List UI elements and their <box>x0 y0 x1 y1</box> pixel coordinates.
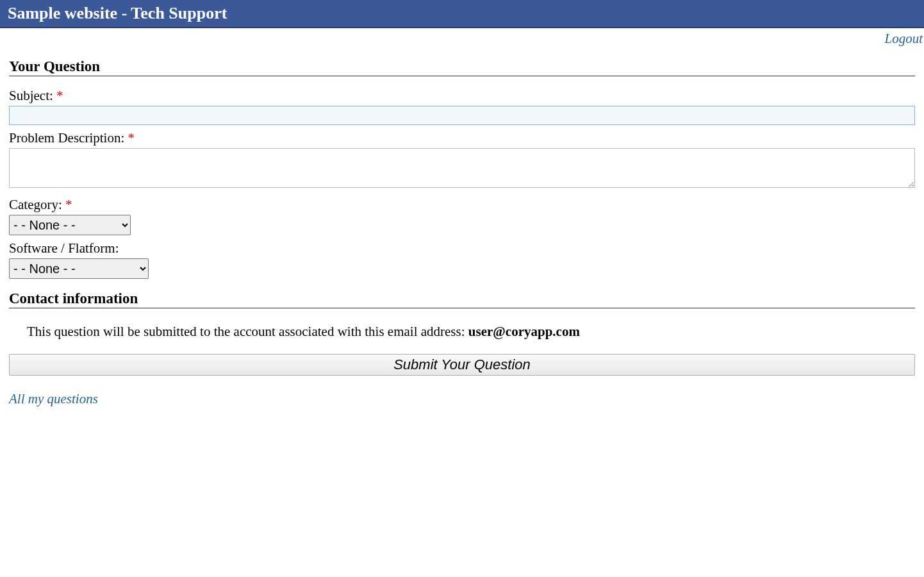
description-required: * <box>128 130 135 146</box>
logout-link[interactable]: Logout <box>884 31 923 46</box>
contact-email: user@coryapp.com <box>468 324 580 339</box>
category-required: * <box>65 197 72 212</box>
contact-text: This question will be submitted to the a… <box>27 324 468 339</box>
main-content: Your Question Subject: * Problem Descrip… <box>0 58 924 420</box>
section-your-question: Your Question <box>9 58 915 76</box>
category-label-row: Category: * <box>9 197 915 213</box>
description-label-row: Problem Description: * <box>9 130 915 146</box>
footer-link-row: All my questions <box>9 391 915 407</box>
field-category: Category: * - - None - - <box>9 197 915 235</box>
platform-label-row: Software / Flatform: <box>9 240 915 256</box>
contact-text-row: This question will be submitted to the a… <box>9 324 915 340</box>
subject-required: * <box>56 88 63 103</box>
subject-input[interactable] <box>9 106 915 125</box>
field-platform: Software / Flatform: - - None - - <box>9 240 915 279</box>
section-contact-information: Contact information <box>9 290 915 308</box>
description-textarea[interactable] <box>9 148 915 188</box>
description-label: Problem Description: <box>9 130 124 146</box>
platform-label: Software / Flatform: <box>9 240 119 256</box>
platform-select[interactable]: - - None - - <box>9 258 149 279</box>
submit-button[interactable]: Submit Your Question <box>9 354 915 376</box>
category-label: Category: <box>9 197 62 212</box>
field-description: Problem Description: * <box>9 130 915 192</box>
subject-label-row: Subject: * <box>9 88 915 104</box>
category-select[interactable]: - - None - - <box>9 215 131 235</box>
page-header: Sample website - Tech Support <box>0 0 924 28</box>
page-title: Sample website - Tech Support <box>8 4 227 22</box>
subject-label: Subject: <box>9 88 53 103</box>
field-subject: Subject: * <box>9 88 915 125</box>
all-my-questions-link[interactable]: All my questions <box>9 391 98 406</box>
logout-row: Logout <box>0 28 924 47</box>
